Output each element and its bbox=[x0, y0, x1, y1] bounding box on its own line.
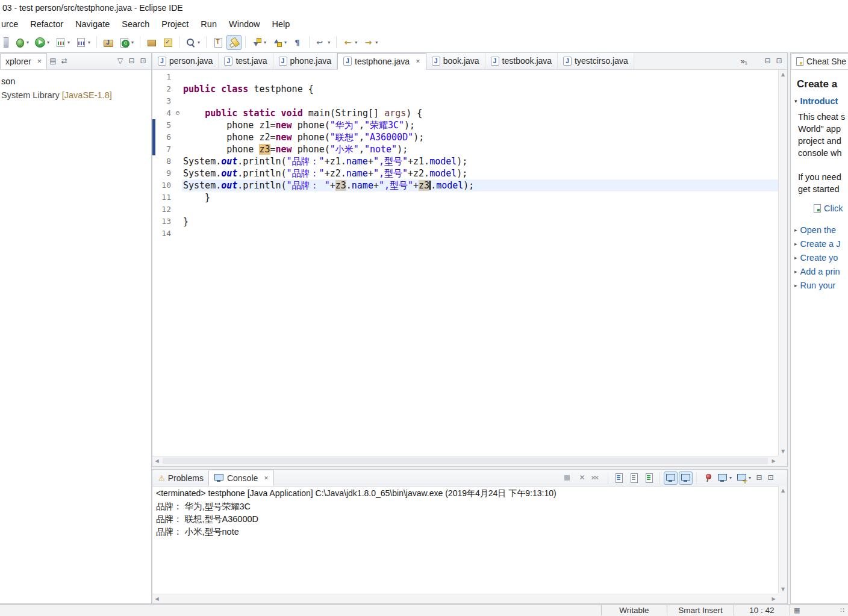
tab-package-explorer[interactable]: xplorer ✕ bbox=[0, 53, 47, 69]
scroll-left-icon[interactable]: ◀ bbox=[152, 456, 161, 466]
tab-overflow-indicator[interactable]: »₁ bbox=[740, 57, 747, 66]
console-horizontal-scrollbar[interactable]: ◀ ▶ bbox=[152, 594, 778, 603]
dropdown-arrow-icon[interactable]: ▾ bbox=[47, 40, 49, 45]
next-annotation-button[interactable]: ▾ bbox=[249, 35, 269, 50]
dropdown-arrow-icon[interactable]: ▾ bbox=[131, 40, 134, 45]
cheatsheet-task-link[interactable]: ▸Create yo bbox=[794, 250, 848, 264]
line-number[interactable]: 10 bbox=[155, 179, 173, 191]
menu-run[interactable]: Run bbox=[195, 16, 223, 33]
new-class-button[interactable]: ▾ bbox=[117, 35, 136, 50]
scrollbar-thumb[interactable] bbox=[163, 458, 768, 464]
code-line[interactable]: 8System.out.println("品牌："+z1.name+",型号"+… bbox=[152, 155, 778, 167]
line-number[interactable]: 8 bbox=[155, 155, 173, 167]
dropdown-arrow-icon[interactable]: ▾ bbox=[328, 40, 330, 45]
line-number[interactable]: 3 bbox=[155, 95, 173, 107]
line-number[interactable]: 4 bbox=[155, 107, 173, 119]
open-type-button[interactable] bbox=[210, 35, 225, 50]
code-line[interactable]: 1 bbox=[152, 71, 778, 83]
scroll-left-icon[interactable]: ◀ bbox=[152, 594, 161, 603]
terminate-button[interactable] bbox=[560, 471, 574, 485]
mark-occurrences-button[interactable] bbox=[226, 35, 242, 50]
code-line[interactable]: 12 bbox=[152, 204, 778, 216]
line-number[interactable]: 1 bbox=[155, 71, 173, 83]
new-wizard-button[interactable] bbox=[1, 35, 11, 50]
dropdown-arrow-icon[interactable]: ▾ bbox=[375, 40, 378, 45]
show-console-on-error-button[interactable] bbox=[679, 471, 693, 485]
dropdown-arrow-icon[interactable]: ▾ bbox=[88, 40, 90, 45]
cheatsheet-task-link[interactable]: ▸Create a J bbox=[794, 237, 848, 250]
scroll-up-icon[interactable]: ▲ bbox=[779, 486, 787, 495]
cheat-sheet-section-introduction[interactable]: ▾ Introduct bbox=[794, 96, 848, 106]
code-line[interactable]: 11 } bbox=[152, 191, 778, 204]
close-icon[interactable]: ✕ bbox=[264, 475, 269, 481]
remove-launch-button[interactable] bbox=[575, 471, 589, 485]
editor-tab-book-java[interactable]: Jbook.java bbox=[426, 53, 485, 69]
new-package-button[interactable] bbox=[144, 35, 159, 50]
tab-cheat-sheets[interactable]: Cheat She bbox=[791, 53, 848, 69]
dropdown-arrow-icon[interactable]: ▾ bbox=[264, 40, 266, 45]
menu-window[interactable]: Window bbox=[223, 16, 266, 33]
tree-item[interactable]: son bbox=[0, 75, 151, 89]
open-console-button[interactable]: ▾ bbox=[735, 471, 753, 485]
line-number[interactable]: 11 bbox=[155, 191, 173, 204]
click-to-begin-link[interactable]: Click bbox=[814, 204, 848, 213]
maximize-icon[interactable]: ⊡ bbox=[773, 55, 785, 67]
scroll-right-icon[interactable]: ▶ bbox=[769, 456, 778, 466]
editor-tab-phone-java[interactable]: Jphone.java bbox=[273, 53, 338, 69]
cheatsheet-task-link[interactable]: ▸Open the bbox=[794, 223, 848, 237]
editor-tab-testphone-java[interactable]: Jtestphone.java✕ bbox=[337, 53, 426, 70]
menu-search[interactable]: Search bbox=[116, 16, 155, 33]
word-wrap-button[interactable] bbox=[642, 471, 656, 485]
view-tab-problems[interactable]: ⚠Problems bbox=[154, 470, 208, 486]
line-number[interactable]: 14 bbox=[155, 228, 173, 240]
code-line[interactable]: 6 phone z2=new phone("联想","A36000D"); bbox=[152, 131, 778, 143]
line-number[interactable]: 12 bbox=[155, 204, 173, 216]
run-button[interactable]: ▾ bbox=[33, 35, 52, 50]
line-number[interactable]: 2 bbox=[155, 83, 173, 95]
scroll-down-icon[interactable]: ▼ bbox=[779, 585, 787, 594]
menu-navigate[interactable]: Navigate bbox=[69, 16, 116, 33]
scroll-lock-button[interactable] bbox=[627, 471, 641, 485]
profile-button[interactable]: ▾ bbox=[73, 35, 93, 50]
code-line[interactable]: 9System.out.println("品牌："+z2.name+",型号"+… bbox=[152, 167, 778, 179]
editor-tab-tyestcirso-java[interactable]: Jtyestcirso.java bbox=[558, 53, 634, 69]
tree-item[interactable]: System Library [JavaSE-1.8] bbox=[0, 89, 151, 102]
minimize-icon[interactable]: ⊟ bbox=[762, 55, 773, 67]
menu-project[interactable]: Project bbox=[155, 16, 195, 33]
editor-horizontal-scrollbar[interactable]: ◀ ▶ bbox=[152, 456, 778, 466]
collapse-icon[interactable]: ⊖ bbox=[173, 107, 182, 119]
dropdown-arrow-icon[interactable]: ▾ bbox=[198, 40, 200, 45]
previous-annotation-button[interactable]: ▾ bbox=[270, 35, 289, 50]
show-console-on-output-button[interactable] bbox=[664, 471, 678, 485]
code-line[interactable]: 10System.out.println("品牌： "+z3.name+",型号… bbox=[152, 179, 778, 191]
search-button[interactable]: ▾ bbox=[183, 35, 202, 50]
editor-tab-test-java[interactable]: Jtest.java bbox=[219, 53, 273, 69]
debug-button[interactable]: ▾ bbox=[12, 35, 31, 50]
menu-urce[interactable]: urce bbox=[0, 16, 24, 33]
new-java-project-button[interactable] bbox=[101, 35, 116, 50]
minimize-icon[interactable]: ⊟ bbox=[126, 55, 137, 67]
close-icon[interactable]: ✕ bbox=[416, 58, 420, 64]
code-line[interactable]: 7 phone z3=new phone("小米","note"); bbox=[152, 143, 778, 155]
collapse-all-icon[interactable]: ▤ bbox=[47, 55, 58, 67]
view-tab-console[interactable]: Console✕ bbox=[208, 470, 274, 486]
console-vertical-scrollbar[interactable]: ▲ ▼ bbox=[778, 486, 787, 594]
show-whitespace-button[interactable] bbox=[290, 35, 305, 50]
code-line[interactable]: 13} bbox=[152, 216, 778, 228]
code-line[interactable]: 2public class testphone { bbox=[152, 83, 778, 95]
pin-console-button[interactable] bbox=[700, 471, 714, 485]
code-line[interactable]: 3 bbox=[152, 95, 778, 107]
remove-all-terminated-button[interactable] bbox=[590, 471, 604, 485]
code-line[interactable]: 4⊖ public static void main(String[] args… bbox=[152, 107, 778, 119]
back-button[interactable]: ▾ bbox=[340, 35, 360, 50]
coverage-button[interactable]: ▾ bbox=[53, 35, 72, 50]
dropdown-arrow-icon[interactable]: ▾ bbox=[355, 40, 357, 45]
line-number[interactable]: 6 bbox=[155, 131, 173, 143]
maximize-icon[interactable]: ⊡ bbox=[137, 55, 149, 67]
line-number[interactable]: 5 bbox=[155, 119, 173, 131]
line-number[interactable]: 7 bbox=[155, 143, 173, 155]
line-number[interactable]: 9 bbox=[155, 167, 173, 179]
scroll-up-icon[interactable]: ▲ bbox=[779, 70, 787, 79]
cheatsheet-task-link[interactable]: ▸Run your bbox=[794, 278, 848, 292]
code-line[interactable]: 5 phone z1=new phone("华为","荣耀3C"); bbox=[152, 119, 778, 131]
